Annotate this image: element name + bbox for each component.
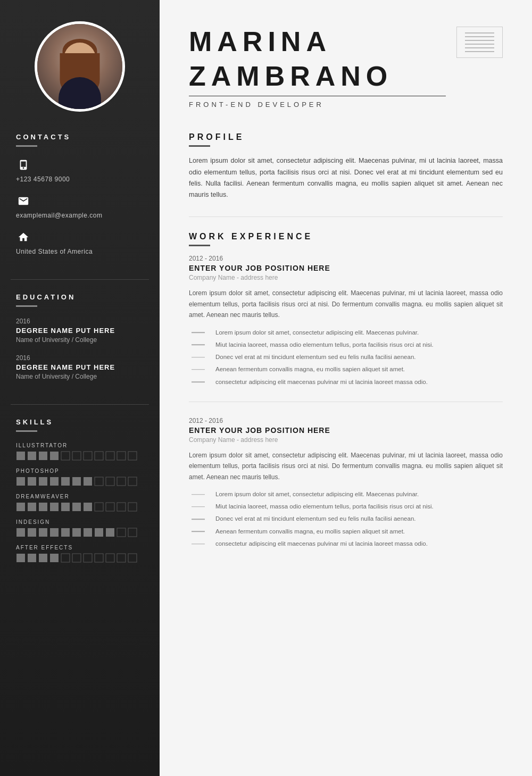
svg-rect-41: [106, 528, 114, 537]
svg-rect-27: [72, 503, 81, 511]
svg-rect-47: [50, 554, 59, 562]
deco-line-6: [465, 51, 494, 52]
svg-rect-17: [84, 477, 92, 486]
edu-year-2: 2016: [16, 354, 149, 362]
job-desc-1: Lorem ipsum dolor sit amet, consectetur …: [189, 450, 503, 482]
skill-dot-3-3: [49, 528, 59, 537]
svg-rect-22: [16, 503, 25, 511]
svg-rect-39: [84, 528, 92, 537]
skill-dot-0-2: [38, 451, 48, 461]
skill-dot-2-7: [94, 502, 104, 512]
skill-dot-4-4: [61, 553, 70, 563]
skill-dot-2-9: [117, 502, 126, 512]
skill-item-3: INDESIGN: [11, 519, 149, 537]
skill-dot-2-10: [128, 502, 137, 512]
job-company-0: Company Name - address here: [189, 274, 503, 281]
job-bullets-0: Lorem ipsum dolor sit amet, consectetur …: [189, 328, 503, 387]
skill-dot-4-6: [83, 553, 93, 563]
name-block: MARINA ZAMBRANO FRONT-END DEVELOPER: [189, 27, 446, 109]
skill-dot-4-0: [16, 553, 26, 563]
skill-dot-3-4: [61, 528, 70, 537]
edu-year-1: 2016: [16, 318, 149, 325]
svg-rect-23: [28, 503, 36, 511]
skill-bar-0: [16, 451, 149, 461]
skill-item-0: ILLUSTRTATOR: [11, 443, 149, 461]
svg-rect-36: [50, 528, 59, 537]
svg-rect-43: [128, 528, 137, 537]
email-contact: examplemail@example.com: [11, 194, 149, 219]
skill-dot-0-0: [16, 451, 26, 461]
email-icon: [16, 194, 31, 208]
skill-name-0: ILLUSTRTATOR: [16, 443, 149, 448]
svg-rect-0: [16, 452, 25, 460]
svg-rect-34: [28, 528, 36, 537]
education-section: EDUCATION 2016 DEGREE NAME PUT HERE Name…: [11, 293, 149, 391]
deco-line-3: [465, 40, 494, 41]
jobs-list: 2012 - 2016ENTER YOUR JOB POSITION HEREC…: [189, 255, 503, 548]
svg-rect-19: [106, 477, 114, 486]
svg-rect-18: [95, 477, 103, 486]
job-entry-0: 2012 - 2016ENTER YOUR JOB POSITION HEREC…: [189, 255, 503, 386]
skill-dot-4-2: [38, 553, 48, 563]
svg-rect-30: [106, 503, 114, 511]
svg-rect-38: [72, 528, 81, 537]
svg-rect-1: [28, 452, 36, 460]
skill-dot-1-2: [38, 477, 48, 486]
bullet-1-1: Miut lacinia laoreet, massa odio element…: [189, 502, 503, 511]
first-name: MARINA: [189, 27, 446, 57]
job-bullets-1: Lorem ipsum dolor sit amet, consectetur …: [189, 490, 503, 548]
bullet-1-2: Donec vel erat at mi tincidunt elementum…: [189, 514, 503, 523]
skill-bar-4: [16, 553, 149, 563]
skill-dot-4-7: [94, 553, 104, 563]
skill-dot-0-9: [117, 451, 126, 461]
svg-rect-20: [117, 477, 126, 486]
skill-dot-3-7: [94, 528, 104, 537]
bullet-1-0: Lorem ipsum dolor sit amet, consectetur …: [189, 490, 503, 499]
svg-rect-33: [16, 528, 25, 537]
svg-rect-3: [50, 452, 59, 460]
title-divider: [189, 96, 446, 96]
skill-dot-1-5: [72, 477, 81, 486]
contacts-underline: [16, 145, 37, 147]
svg-rect-26: [61, 503, 70, 511]
phone-text: +123 45678 9000: [16, 176, 70, 183]
skill-bar-1: [16, 477, 149, 486]
svg-rect-9: [117, 452, 126, 460]
skill-name-4: AFTER EFFECTS: [16, 545, 149, 550]
skill-dot-1-6: [83, 477, 93, 486]
deco-line-2: [465, 36, 494, 37]
sidebar: CONTACTS +123 45678 9000 examplemail@exa…: [0, 0, 160, 776]
svg-rect-53: [117, 554, 126, 562]
job-position-0: ENTER YOUR JOB POSITION HERE: [189, 264, 503, 272]
svg-rect-25: [50, 503, 59, 511]
skill-dot-4-1: [27, 553, 37, 563]
skill-dot-0-1: [27, 451, 37, 461]
skill-name-2: DREAMWEAVER: [16, 494, 149, 499]
skill-dot-3-10: [128, 528, 137, 537]
skill-name-1: PHOTOSHOP: [16, 468, 149, 474]
bullet-0-0: Lorem ipsum dolor sit amet, consectetur …: [189, 328, 503, 337]
svg-rect-54: [128, 554, 137, 562]
skill-dot-3-9: [117, 528, 126, 537]
education-underline: [16, 305, 37, 307]
profile-section: PROFILE Lorem ipsum dolor sit amet, cons…: [189, 132, 503, 201]
work-underline: [189, 245, 210, 246]
skill-dot-1-8: [105, 477, 115, 486]
skill-dot-3-2: [38, 528, 48, 537]
svg-rect-6: [84, 452, 92, 460]
svg-rect-48: [61, 554, 70, 562]
job-year-1: 2012 - 2016: [189, 417, 503, 424]
bullet-1-3: Aenean fermentum convallis magna, eu mol…: [189, 527, 503, 536]
skill-dot-4-5: [72, 553, 81, 563]
skill-bar-3: [16, 528, 149, 537]
skills-underline: [16, 430, 37, 432]
skill-dot-2-0: [16, 502, 26, 512]
contacts-label: CONTACTS: [11, 133, 149, 141]
skill-item-1: PHOTOSHOP: [11, 468, 149, 486]
svg-rect-46: [39, 554, 47, 562]
svg-rect-24: [39, 503, 47, 511]
job-entry-1: 2012 - 2016ENTER YOUR JOB POSITION HEREC…: [189, 417, 503, 548]
skill-dot-3-1: [27, 528, 37, 537]
bullet-0-4: consectetur adipiscing elit maecenas pul…: [189, 378, 503, 387]
svg-rect-2: [39, 452, 47, 460]
